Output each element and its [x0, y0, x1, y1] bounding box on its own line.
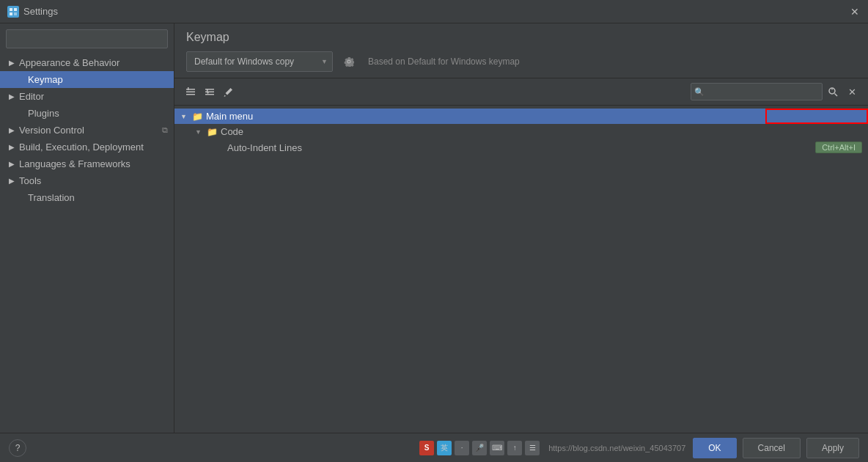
svg-marker-12: [207, 92, 209, 94]
arrow-icon: ▶: [9, 143, 16, 151]
url-label: https://blog.csdn.net/weixin_45043707: [548, 444, 685, 452]
sidebar-label-tools: Tools: [19, 175, 41, 186]
svg-rect-4: [186, 89, 195, 90]
svg-line-14: [835, 94, 838, 97]
bottom-bar: ? S 英 · 🎤 ⌨ ↑ ☰ https://blog.csdn.net/we…: [0, 433, 868, 462]
sidebar-label-keymap: Keymap: [28, 74, 63, 85]
taskbar-icon-a[interactable]: 英: [437, 441, 452, 455]
svg-rect-1: [14, 8, 17, 11]
edit-button[interactable]: [220, 83, 238, 100]
toggle-code: ▼: [195, 128, 207, 136]
apply-button[interactable]: Apply: [806, 438, 859, 458]
main-content: 🔍 ▶ Appearance & Behavior Keymap ▶: [0, 23, 868, 433]
arrow-icon: ▶: [9, 177, 16, 185]
sidebar-label-version-control: Version Control: [19, 125, 84, 136]
toolbar: 🔍 ✕: [174, 78, 868, 106]
sidebar-item-version-control[interactable]: ▶ Version Control ⧉: [0, 122, 174, 139]
sidebar-item-appearance[interactable]: ▶ Appearance & Behavior: [0, 54, 174, 71]
sidebar-label-build: Build, Execution, Deployment: [19, 142, 144, 153]
expand-all-button[interactable]: [182, 83, 199, 100]
sidebar-label-appearance: Appearance & Behavior: [19, 57, 119, 68]
help-button[interactable]: ?: [9, 439, 26, 457]
tree-row-code[interactable]: ▼ 📁 Code: [174, 124, 868, 139]
sidebar-item-plugins[interactable]: Plugins: [0, 105, 174, 122]
svg-rect-10: [205, 94, 214, 95]
svg-rect-6: [186, 94, 195, 95]
taskbar-icon-4[interactable]: ↑: [507, 441, 522, 455]
cancel-button[interactable]: Cancel: [743, 438, 801, 458]
collapse-all-button[interactable]: [201, 83, 218, 100]
folder-icon-main-menu: 📁: [192, 111, 203, 122]
svg-rect-2: [10, 12, 12, 15]
tree-label-auto-indent: Auto-Indent Lines: [227, 142, 815, 153]
toolbar-search-icon: 🔍: [694, 87, 705, 97]
right-panel: Keymap Default for Windows copy Default …: [174, 23, 868, 433]
title-bar: Settings ✕: [0, 0, 868, 23]
arrow-icon: ▶: [9, 92, 16, 100]
sidebar-search-input[interactable]: [6, 29, 168, 48]
based-on-label: Based on Default for Windows keymap: [368, 56, 520, 67]
sidebar-item-tools[interactable]: ▶ Tools: [0, 172, 174, 189]
svg-rect-7: [188, 87, 189, 90]
sidebar-item-keymap[interactable]: Keymap: [0, 71, 174, 88]
taskbar-icon-5[interactable]: ☰: [525, 441, 540, 455]
keymap-search-input[interactable]: [691, 83, 823, 100]
svg-rect-9: [205, 92, 214, 93]
sidebar-item-editor[interactable]: ▶ Editor: [0, 88, 174, 105]
sidebar-item-languages[interactable]: ▶ Languages & Frameworks: [0, 155, 174, 172]
sidebar-label-translation: Translation: [28, 192, 75, 203]
svg-rect-8: [205, 89, 214, 90]
settings-window: Settings ✕ 🔍 ▶ Appearance & Behavior: [0, 0, 868, 462]
keymap-tree: ▼ 📁 Main menu ▼ 📁 Code Auto-Indent Lines: [174, 106, 868, 433]
window-title: Settings: [23, 6, 849, 17]
ok-button[interactable]: OK: [693, 438, 736, 458]
keymap-controls: Default for Windows copy Default for Win…: [186, 51, 856, 72]
folder-icon-code: 📁: [207, 127, 218, 137]
sidebar-label-languages: Languages & Frameworks: [19, 158, 130, 169]
sidebar: 🔍 ▶ Appearance & Behavior Keymap ▶: [0, 23, 174, 433]
dialog-buttons: OK Cancel Apply: [693, 438, 859, 458]
arrow-icon: ▶: [9, 126, 16, 134]
sidebar-item-translation[interactable]: Translation: [0, 189, 174, 206]
close-search-button[interactable]: ✕: [843, 83, 861, 100]
search-wrapper: 🔍: [6, 29, 168, 48]
sidebar-search-container: 🔍: [0, 23, 174, 54]
taskbar-icon-1[interactable]: ·: [455, 441, 469, 455]
arrow-icon: ▶: [9, 160, 16, 168]
copy-icon: ⧉: [162, 125, 168, 135]
svg-rect-3: [14, 12, 17, 15]
toolbar-search-wrapper: 🔍: [691, 83, 823, 100]
arrow-icon: ▶: [9, 59, 16, 67]
sidebar-label-plugins: Plugins: [28, 108, 59, 119]
panel-title: Keymap: [186, 31, 856, 44]
taskbar-icon-s[interactable]: S: [419, 441, 434, 455]
sidebar-item-build[interactable]: ▶ Build, Execution, Deployment: [0, 139, 174, 155]
tree-label-main-menu: Main menu: [206, 111, 862, 122]
svg-rect-11: [207, 89, 208, 92]
taskbar-icons: S 英 · 🎤 ⌨ ↑ ☰: [419, 441, 540, 455]
tree-row-auto-indent[interactable]: Auto-Indent Lines Ctrl+Alt+I: [174, 139, 868, 155]
svg-rect-5: [186, 92, 195, 93]
svg-rect-0: [10, 8, 12, 11]
gear-button[interactable]: [339, 51, 359, 72]
right-header: Keymap Default for Windows copy Default …: [174, 23, 868, 78]
find-button[interactable]: [824, 83, 842, 100]
window-icon: [7, 6, 19, 18]
taskbar-icon-2[interactable]: 🎤: [472, 441, 487, 455]
sidebar-items: ▶ Appearance & Behavior Keymap ▶ Editor …: [0, 54, 174, 433]
keymap-select-wrapper[interactable]: Default for Windows copy Default for Win…: [186, 51, 333, 72]
keymap-select[interactable]: Default for Windows copy Default for Win…: [194, 56, 329, 67]
taskbar-icon-3[interactable]: ⌨: [490, 441, 504, 455]
close-button[interactable]: ✕: [849, 6, 861, 18]
tree-label-code: Code: [221, 126, 862, 137]
toggle-main-menu: ▼: [180, 113, 192, 120]
shortcut-badge-auto-indent: Ctrl+Alt+I: [815, 142, 862, 153]
tree-row-main-menu[interactable]: ▼ 📁 Main menu: [174, 109, 868, 124]
sidebar-label-editor: Editor: [19, 91, 44, 102]
